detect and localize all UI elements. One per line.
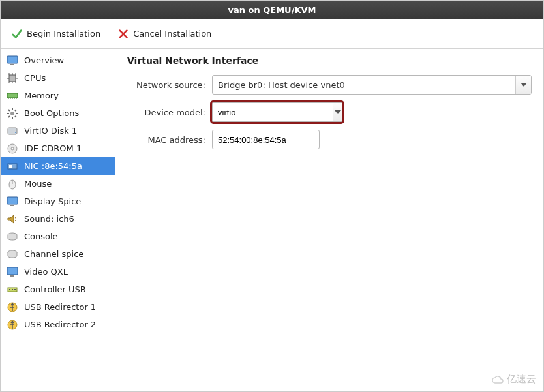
sidebar-item-label: Sound: ich6: [24, 214, 74, 224]
watermark: 亿速云: [491, 373, 536, 385]
sidebar-item-label: NIC :8e:54:5a: [24, 161, 82, 171]
cloud-icon: [491, 375, 504, 384]
cross-icon: [117, 28, 129, 40]
sidebar-item-ide-cdrom-1[interactable]: IDE CDROM 1: [1, 140, 115, 157]
content-area: OverviewCPUsMemoryBoot OptionsVirtIO Dis…: [1, 49, 543, 391]
mouse-icon: [6, 177, 19, 190]
svg-point-8: [11, 147, 14, 150]
check-icon: [11, 28, 23, 40]
network-source-label: Network source:: [127, 80, 205, 90]
gear-icon: [6, 107, 19, 120]
sidebar-item-label: Overview: [24, 55, 64, 65]
sidebar-item-usb-redirector-1[interactable]: USB Redirector 1: [1, 298, 115, 316]
console-icon: [6, 248, 19, 261]
memory-icon: [6, 89, 19, 102]
toolbar: Begin Installation Cancel Installation: [1, 19, 543, 49]
sidebar-item-boot-options[interactable]: Boot Options: [1, 104, 115, 122]
sidebar-item-label: Video QXL: [24, 267, 68, 277]
sidebar-item-console[interactable]: Console: [1, 228, 115, 245]
sidebar-item-label: USB Redirector 1: [24, 302, 96, 312]
sidebar-item-label: Boot Options: [24, 108, 79, 118]
svg-rect-14: [10, 205, 14, 206]
cpu-icon: [6, 72, 19, 85]
panel-heading: Virtual Network Interface: [127, 55, 532, 66]
sidebar-item-controller-usb[interactable]: Controller USB: [1, 280, 115, 298]
sidebar-item-label: USB Redirector 2: [24, 320, 96, 329]
network-source-value: Bridge br0: Host device vnet0: [213, 80, 515, 90]
sidebar-item-label: Memory: [24, 91, 59, 100]
usb-icon: [6, 318, 19, 331]
svg-rect-18: [10, 275, 14, 277]
chevron-down-icon[interactable]: [515, 76, 531, 94]
cancel-label: Cancel Installation: [133, 29, 211, 38]
sound-icon: [6, 213, 19, 226]
sidebar-item-virtio-disk-1[interactable]: VirtIO Disk 1: [1, 122, 115, 140]
network-source-row: Network source: Bridge br0: Host device …: [127, 75, 532, 95]
device-model-input[interactable]: [213, 108, 333, 117]
sidebar-item-label: Display Spice: [24, 196, 81, 206]
svg-rect-20: [9, 289, 10, 290]
console-icon: [6, 230, 19, 243]
window-title: van on QEMU/KVM: [228, 5, 316, 15]
device-model-combo[interactable]: [212, 102, 342, 122]
svg-rect-0: [7, 56, 18, 63]
sidebar-item-label: CPUs: [24, 73, 46, 83]
svg-rect-17: [7, 267, 18, 275]
svg-rect-3: [7, 93, 18, 98]
usb-icon: [6, 301, 19, 314]
watermark-text: 亿速云: [507, 373, 536, 385]
mac-address-label: MAC address:: [127, 135, 205, 145]
sidebar: OverviewCPUsMemoryBoot OptionsVirtIO Dis…: [1, 49, 115, 391]
sidebar-item-video-qxl[interactable]: Video QXL: [1, 263, 115, 280]
monitor-icon: [6, 195, 19, 208]
sidebar-item-cpus[interactable]: CPUs: [1, 69, 115, 87]
sidebar-item-nic-8e-54-5a[interactable]: NIC :8e:54:5a: [1, 157, 115, 175]
chevron-down-icon[interactable]: [333, 103, 342, 121]
sidebar-item-mouse[interactable]: Mouse: [1, 175, 115, 192]
svg-point-6: [15, 132, 16, 133]
svg-rect-13: [7, 197, 18, 204]
details-panel: Virtual Network Interface Network source…: [115, 49, 543, 391]
monitor-icon: [6, 54, 19, 67]
network-source-combo[interactable]: Bridge br0: Host device vnet0: [212, 75, 532, 95]
nic-icon: [6, 160, 19, 173]
device-model-row: Device model:: [127, 102, 532, 122]
sidebar-item-overview[interactable]: Overview: [1, 52, 115, 69]
mac-address-input[interactable]: [212, 130, 320, 149]
sidebar-item-sound-ich6[interactable]: Sound: ich6: [1, 210, 115, 228]
usb-hub-icon: [6, 283, 19, 296]
sidebar-item-usb-redirector-2[interactable]: USB Redirector 2: [1, 316, 115, 333]
sidebar-item-label: Channel spice: [24, 249, 83, 259]
titlebar: van on QEMU/KVM: [1, 1, 543, 19]
cancel-installation-button[interactable]: Cancel Installation: [113, 25, 215, 42]
sidebar-item-label: IDE CDROM 1: [24, 143, 82, 153]
svg-rect-2: [9, 75, 16, 82]
cdrom-icon: [6, 142, 19, 155]
sidebar-item-display-spice[interactable]: Display Spice: [1, 192, 115, 210]
svg-rect-1: [10, 64, 14, 65]
vm-window: van on QEMU/KVM Begin Installation Cance…: [0, 0, 544, 392]
sidebar-item-label: Mouse: [24, 179, 52, 188]
disk-icon: [6, 125, 19, 138]
begin-label: Begin Installation: [27, 29, 100, 38]
svg-point-4: [10, 112, 14, 115]
sidebar-item-memory[interactable]: Memory: [1, 87, 115, 104]
svg-rect-21: [12, 289, 13, 290]
svg-rect-5: [8, 128, 17, 134]
sidebar-item-label: Controller USB: [24, 284, 86, 294]
sidebar-item-label: VirtIO Disk 1: [24, 126, 77, 136]
mac-address-row: MAC address:: [127, 130, 532, 149]
sidebar-item-label: Console: [24, 232, 58, 241]
svg-rect-22: [14, 289, 16, 290]
monitor-icon: [6, 265, 19, 279]
begin-installation-button[interactable]: Begin Installation: [7, 25, 104, 42]
svg-rect-10: [9, 165, 12, 168]
sidebar-item-channel-spice[interactable]: Channel spice: [1, 245, 115, 263]
device-model-label: Device model:: [127, 108, 205, 117]
